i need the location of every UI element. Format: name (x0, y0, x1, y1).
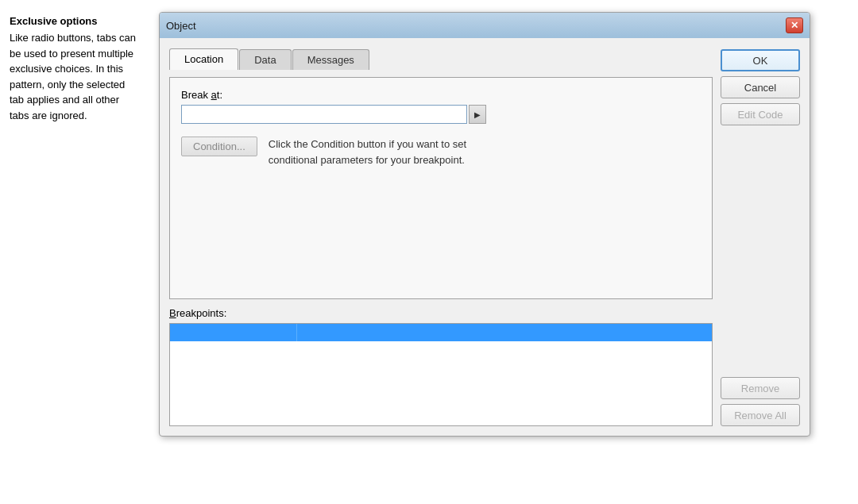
tab-location[interactable]: Location (169, 48, 238, 70)
breakpoints-col-2 (297, 324, 712, 341)
breakpoints-label: Breakpoints: (169, 307, 713, 319)
remove-all-button[interactable]: Remove All (721, 404, 800, 426)
condition-button[interactable]: Condition... (181, 137, 257, 156)
dialog-buttons: OK Cancel Edit Code Remove Remove All (721, 48, 800, 426)
tab-data[interactable]: Data (239, 49, 291, 70)
ok-button[interactable]: OK (721, 49, 800, 71)
remove-button[interactable]: Remove (721, 377, 800, 399)
dialog-wrapper: Object ✕ Location Data Messages (159, 12, 810, 437)
annotation-body: Like radio buttons, tabs can be used to … (10, 30, 137, 123)
breakpoints-section: Breakpoints: (169, 307, 713, 426)
condition-row: Condition... Click the Condition button … (181, 137, 701, 167)
breakpoints-col-1 (170, 324, 297, 341)
annotation-title: Exclusive options (10, 14, 137, 29)
break-at-arrow-button[interactable]: ▶ (469, 105, 486, 124)
title-bar: Object ✕ (160, 13, 810, 38)
edit-code-button[interactable]: Edit Code (721, 103, 800, 125)
close-button[interactable]: ✕ (786, 17, 803, 33)
break-at-row: ▶ (181, 105, 701, 124)
dialog: Object ✕ Location Data Messages (159, 12, 810, 437)
breakpoints-list[interactable] (169, 323, 713, 426)
tab-content-location: Break at: ▶ Condition... Click the Condi… (169, 77, 713, 299)
tab-messages[interactable]: Messages (292, 49, 369, 70)
dialog-main: Location Data Messages Break at: (169, 48, 713, 426)
break-at-label: Break at: (181, 89, 701, 101)
annotation-panel: Exclusive options Like radio buttons, ta… (0, 8, 147, 129)
break-at-input[interactable] (181, 105, 467, 124)
condition-description: Click the Condition button if you want t… (269, 137, 491, 167)
dialog-body: Location Data Messages Break at: (160, 38, 810, 436)
tab-bar: Location Data Messages (169, 48, 713, 69)
dialog-title: Object (166, 20, 196, 32)
breakpoints-list-header (170, 324, 712, 341)
cancel-button[interactable]: Cancel (721, 76, 800, 98)
